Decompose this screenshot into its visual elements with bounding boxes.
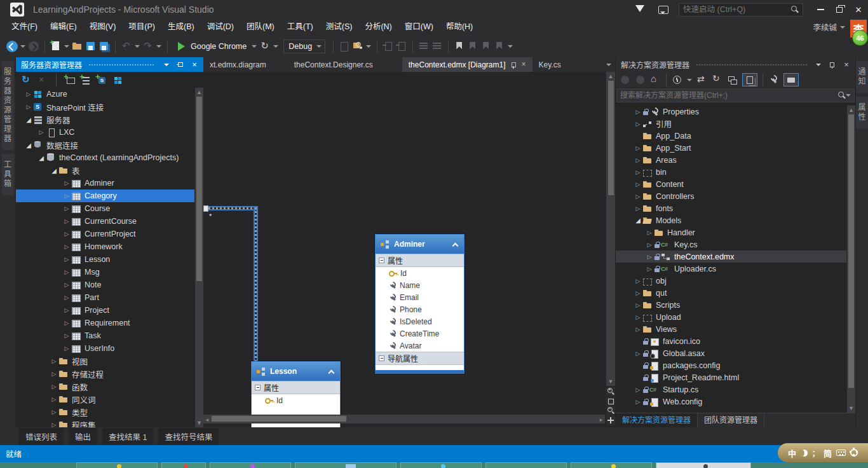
browser-link-refresh-icon[interactable] bbox=[259, 41, 271, 52]
tree-item[interactable]: ▷CurrentCourse bbox=[16, 215, 194, 228]
chevron-down-icon[interactable] bbox=[134, 45, 140, 48]
close-icon[interactable]: × bbox=[841, 60, 851, 70]
expander-icon[interactable]: ◢ bbox=[634, 217, 642, 224]
server-explorer-scrollbar[interactable]: ▲ ▼ bbox=[195, 88, 203, 427]
quick-launch-input[interactable] bbox=[683, 5, 790, 14]
expander-icon[interactable]: ▷ bbox=[645, 230, 654, 236]
tree-item[interactable]: ▷Global.asax bbox=[616, 347, 846, 359]
association-line[interactable] bbox=[254, 207, 258, 361]
tree-item[interactable]: ▷LXC bbox=[16, 126, 194, 139]
show-all-files-toggle[interactable] bbox=[742, 73, 757, 86]
solution-explorer-scrollbar[interactable]: ▲ ▼ bbox=[847, 106, 855, 413]
home-icon[interactable] bbox=[650, 74, 661, 85]
add-sharepoint-connection-icon[interactable] bbox=[97, 75, 107, 86]
pin-icon[interactable] bbox=[827, 60, 837, 70]
taskbar-button[interactable] bbox=[76, 462, 158, 468]
expander-icon[interactable]: ▷ bbox=[50, 358, 58, 364]
expander-icon[interactable]: ▷ bbox=[62, 307, 71, 313]
title-bar[interactable]: LearningAndProjects - Microsoft Visual S… bbox=[0, 0, 868, 19]
expander-icon[interactable]: ▷ bbox=[62, 244, 71, 250]
chevron-down-icon[interactable] bbox=[251, 45, 257, 48]
close-icon[interactable]: × bbox=[522, 60, 526, 69]
document-tab-1[interactable]: theContext.Designer.cs bbox=[288, 57, 379, 72]
expander-icon[interactable]: ▷ bbox=[62, 180, 71, 186]
bottom-panel-tab-1[interactable]: 输出 bbox=[69, 428, 97, 445]
tree-item[interactable]: ◢theContext (LearningAndProjects) bbox=[16, 151, 194, 164]
vertical-tab-0[interactable]: 服务器资源管理器 bbox=[2, 61, 14, 150]
chevron-down-icon[interactable] bbox=[846, 94, 851, 97]
save-icon[interactable] bbox=[85, 41, 97, 52]
tree-item[interactable]: ▷Controllers bbox=[616, 190, 846, 202]
taskbar-button[interactable] bbox=[161, 462, 206, 468]
window-position-icon[interactable] bbox=[813, 60, 824, 70]
new-file-icon[interactable] bbox=[50, 41, 62, 52]
expander-icon[interactable]: ◢ bbox=[24, 142, 33, 149]
tree-item[interactable]: ▷Scripts bbox=[616, 299, 846, 311]
solution-explorer-header[interactable]: 解决方案资源管理器 × bbox=[616, 57, 855, 72]
tree-item[interactable]: ▷程序集 bbox=[16, 418, 194, 427]
tree-item[interactable]: ▷同义词 bbox=[16, 393, 194, 406]
tree-item[interactable]: ▷Uploader.cs bbox=[616, 263, 846, 275]
expander-icon[interactable]: ▷ bbox=[50, 422, 58, 427]
tree-item[interactable]: ▷Adminer bbox=[16, 177, 194, 189]
bookmark-icon[interactable] bbox=[454, 41, 465, 52]
menu-item-10[interactable]: 窗口(W) bbox=[398, 19, 440, 35]
gear-icon[interactable] bbox=[850, 449, 858, 457]
tree-item[interactable]: ▷Key.cs bbox=[616, 238, 846, 251]
tree-item[interactable]: packages.config bbox=[616, 359, 846, 371]
back-icon[interactable] bbox=[6, 41, 18, 52]
zoom-in-icon[interactable]: + bbox=[606, 387, 615, 396]
delete-connection-icon[interactable] bbox=[37, 75, 48, 86]
expander-icon[interactable]: ▷ bbox=[62, 205, 71, 212]
expander-icon[interactable]: ▷ bbox=[62, 193, 71, 199]
chevron-down-icon[interactable] bbox=[156, 45, 162, 48]
tool-window-tab-1[interactable]: 团队资源管理器 bbox=[698, 413, 764, 428]
entity-header[interactable]: Lesson bbox=[252, 362, 340, 381]
document-tab-3[interactable]: Key.cs bbox=[532, 57, 567, 72]
close-button[interactable]: ✕ bbox=[849, 1, 868, 18]
entity-section-header[interactable]: 属性 bbox=[252, 381, 340, 394]
pending-changes-icon[interactable] bbox=[672, 74, 682, 85]
taskbar-button[interactable] bbox=[400, 462, 482, 468]
expander-icon[interactable]: ▷ bbox=[24, 104, 33, 110]
indent-increase-icon[interactable] bbox=[431, 41, 443, 52]
tree-item[interactable]: ▷Homework bbox=[16, 240, 194, 253]
collapse-icon[interactable] bbox=[379, 355, 384, 361]
expander-icon[interactable]: ▷ bbox=[62, 282, 71, 288]
ime-language-toggle[interactable]: 中 bbox=[788, 447, 796, 459]
restore-button[interactable] bbox=[830, 1, 849, 18]
expander-icon[interactable]: ▷ bbox=[62, 231, 71, 237]
add-data-connection-icon[interactable] bbox=[81, 75, 92, 86]
bottom-panel-tab-3[interactable]: 查找符号结果 bbox=[158, 428, 219, 445]
tree-item[interactable]: ▷CurrentProject bbox=[16, 228, 194, 240]
vertical-tab-1[interactable]: 工具箱 bbox=[2, 154, 14, 195]
tab-list-dropdown-icon[interactable] bbox=[606, 64, 611, 66]
expander-icon[interactable]: ▷ bbox=[634, 399, 642, 405]
diagram-hscrollbar[interactable]: ◂ ▸ bbox=[203, 415, 605, 423]
expander-icon[interactable]: ▷ bbox=[62, 218, 71, 224]
chevron-up-icon[interactable] bbox=[452, 242, 459, 247]
chevron-down-icon[interactable] bbox=[507, 45, 513, 48]
menu-item-5[interactable]: 调试(D) bbox=[201, 19, 240, 35]
expander-icon[interactable]: ◢ bbox=[24, 116, 33, 123]
document-tab-0[interactable]: xt.edmx.diagram bbox=[203, 57, 273, 72]
ime-toolbar[interactable]: 中 ； 简 bbox=[778, 443, 868, 462]
server-explorer-header[interactable]: 服务器资源管理器 × bbox=[16, 57, 203, 72]
chevron-down-icon[interactable] bbox=[64, 45, 70, 48]
menu-item-8[interactable]: 测试(S) bbox=[320, 19, 359, 35]
expander-icon[interactable]: ▷ bbox=[634, 302, 642, 308]
entity-header[interactable]: Adminer bbox=[376, 235, 464, 254]
expander-icon[interactable]: ▷ bbox=[634, 205, 642, 212]
tree-item[interactable]: ▷theContext.edmx bbox=[616, 251, 846, 263]
taskbar-button[interactable] bbox=[656, 462, 751, 468]
edmx-diagram-canvas[interactable]: * Adminer属性IdNameEmailPhoneIsDeletedCrea… bbox=[203, 72, 615, 427]
entity-section-header[interactable]: 导航属性 bbox=[376, 352, 464, 365]
tree-item[interactable]: ▷bin bbox=[616, 166, 846, 178]
bottom-panel-tab-2[interactable]: 查找结果 1 bbox=[102, 428, 153, 445]
forward-icon[interactable] bbox=[635, 74, 646, 85]
collapse-all-icon[interactable] bbox=[727, 74, 738, 85]
chevron-down-icon[interactable] bbox=[273, 45, 279, 48]
tree-item[interactable]: Project_Readme.html bbox=[616, 371, 846, 383]
expander-icon[interactable]: ▷ bbox=[634, 109, 642, 115]
tree-item[interactable]: ▷函数 bbox=[16, 380, 194, 393]
